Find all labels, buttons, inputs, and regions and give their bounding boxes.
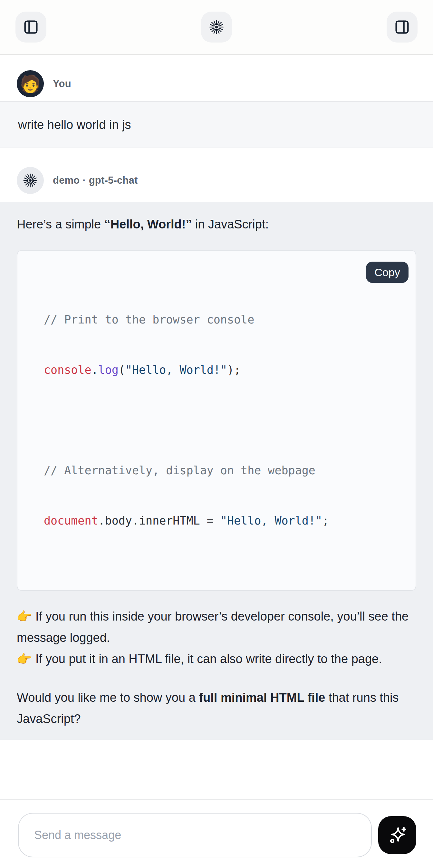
code-line-blank: [44, 412, 403, 429]
code-line-document: document.body.innerHTML = "Hello, World!…: [44, 512, 403, 529]
code-punct: ;: [322, 514, 329, 527]
question-bold: full minimal HTML file: [199, 691, 325, 704]
message-input[interactable]: [18, 813, 372, 857]
code-punct: (: [119, 364, 125, 376]
user-avatar-emoji: 🧑: [20, 75, 41, 92]
user-avatar: 🧑: [17, 70, 44, 97]
user-message: 🧑 You write hello world in js: [0, 55, 433, 148]
code-string: "Hello, World!": [220, 514, 322, 527]
starburst-avatar-icon: [23, 173, 38, 188]
copy-button[interactable]: Copy: [366, 261, 408, 283]
user-author-row: 🧑 You: [17, 70, 433, 97]
code-line-comment-1: // Print to the browser console: [44, 311, 403, 328]
assistant-intro: Here’s a simple “Hello, World!” in JavaS…: [17, 215, 416, 233]
assistant-avatar: [17, 167, 44, 194]
panel-right-icon: [394, 19, 410, 35]
user-message-text: write hello world in js: [18, 118, 131, 132]
code-plain: .body.innerHTML =: [98, 514, 220, 527]
assistant-message-body: Here’s a simple “Hello, World!” in JavaS…: [0, 202, 433, 740]
code-string: "Hello, World!": [125, 364, 227, 376]
code-block: Copy // Print to the browser console con…: [17, 250, 416, 591]
code-content: // Print to the browser console console.…: [44, 278, 403, 563]
code-line-comment-2: // Alternatively, display on the webpage: [44, 462, 403, 479]
code-object: console: [44, 364, 92, 376]
intro-post: in JavaScript:: [192, 217, 269, 231]
intro-bold: “Hello, World!”: [104, 217, 192, 231]
sidebar-toggle-button[interactable]: [16, 11, 47, 42]
composer-bar: [0, 799, 433, 868]
code-comment: // Print to the browser console: [44, 313, 254, 326]
code-object: document: [44, 514, 98, 527]
assistant-author-label: demo · gpt-5-chat: [53, 175, 137, 186]
right-panel-toggle-button[interactable]: [386, 11, 417, 42]
intro-pre: Here’s a simple: [17, 217, 104, 231]
send-button[interactable]: [378, 816, 416, 854]
assistant-tips: 👉 If you run this inside your browser’s …: [17, 606, 416, 670]
model-logo-button[interactable]: [201, 11, 232, 42]
code-punct: );: [227, 364, 241, 376]
panel-left-icon: [23, 19, 39, 35]
top-bar: [0, 0, 433, 55]
chat-empty-space: [0, 740, 433, 799]
code-line-console-log: console.log("Hello, World!");: [44, 362, 403, 378]
assistant-question: Would you like me to show you a full min…: [17, 687, 416, 730]
assistant-author-row: demo · gpt-5-chat: [17, 167, 433, 194]
user-author-label: You: [53, 78, 71, 90]
code-punct: .: [92, 364, 98, 376]
starburst-icon: [209, 19, 224, 35]
sparkle-icon: [387, 825, 407, 845]
code-function: log: [98, 364, 119, 376]
tip-1: 👉 If you run this inside your browser’s …: [17, 610, 408, 644]
user-message-bubble: write hello world in js: [0, 101, 433, 148]
question-pre: Would you like me to show you a: [17, 691, 199, 704]
tip-2: 👉 If you put it in an HTML file, it can …: [17, 652, 382, 666]
assistant-message: demo · gpt-5-chat Here’s a simple “Hello…: [0, 148, 433, 740]
code-comment: // Alternatively, display on the webpage: [44, 464, 315, 477]
